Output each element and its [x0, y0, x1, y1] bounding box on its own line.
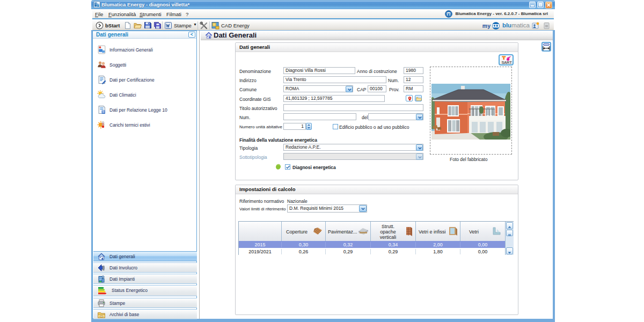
svg-text:SART: SART — [502, 60, 513, 65]
